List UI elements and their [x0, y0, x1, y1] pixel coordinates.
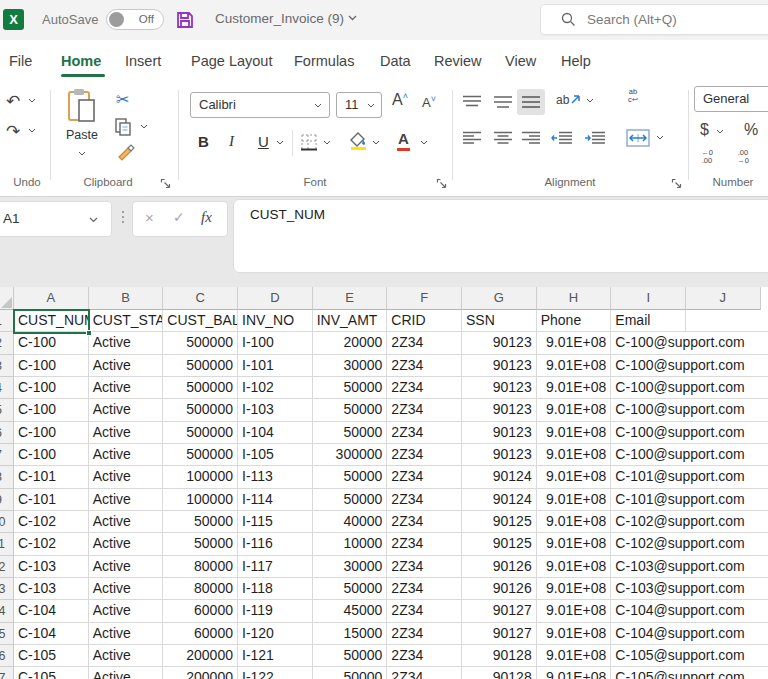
row-header-1[interactable]: 1	[0, 310, 14, 332]
copy-chevron-down-icon[interactable]	[140, 124, 148, 129]
cell-D1[interactable]: INV_NO	[238, 310, 313, 332]
cell-I6[interactable]: C-100@support.com	[611, 422, 686, 444]
cell-G6[interactable]: 90123	[462, 422, 537, 444]
increase-decimal-button[interactable]: .00 →0	[730, 149, 756, 165]
cell-A6[interactable]: C-100	[14, 422, 89, 444]
column-header-J[interactable]: J	[686, 287, 761, 310]
paste-chevron-down-icon[interactable]	[78, 151, 86, 156]
cell-C7[interactable]: 500000	[163, 444, 238, 466]
column-header-H[interactable]: H	[537, 287, 612, 310]
cell-G2[interactable]: 90123	[462, 332, 537, 354]
cell-A10[interactable]: C-102	[14, 511, 89, 533]
orientation-button[interactable]: ab	[556, 93, 569, 107]
cell-G10[interactable]: 90125	[462, 511, 537, 533]
cell-F10[interactable]: 2Z34	[387, 511, 462, 533]
cell-G4[interactable]: 90123	[462, 377, 537, 399]
cell-D8[interactable]: I-113	[238, 466, 313, 488]
cell-A3[interactable]: C-100	[14, 355, 89, 377]
row-header-10[interactable]: 10	[0, 511, 14, 533]
cell-H8[interactable]: 9.01E+08	[537, 466, 612, 488]
copy-button[interactable]	[114, 117, 132, 141]
name-box-chevron-down-icon[interactable]	[89, 217, 98, 223]
cell-H17[interactable]: 9.01E+08	[537, 667, 612, 679]
cell-H14[interactable]: 9.01E+08	[537, 600, 612, 622]
autosave-toggle[interactable]: Off	[106, 9, 164, 30]
cell-H2[interactable]: 9.01E+08	[537, 332, 612, 354]
cell-F11[interactable]: 2Z34	[387, 533, 462, 555]
font-name-select[interactable]: Calibri	[190, 92, 330, 118]
cell-G13[interactable]: 90126	[462, 578, 537, 600]
column-header-B[interactable]: B	[89, 287, 164, 310]
cell-H5[interactable]: 9.01E+08	[537, 399, 612, 421]
cell-D4[interactable]: I-102	[238, 377, 313, 399]
cell-I8[interactable]: C-101@support.com	[611, 466, 686, 488]
cell-I11[interactable]: C-102@support.com	[611, 533, 686, 555]
cell-A15[interactable]: C-104	[14, 623, 89, 645]
cell-C6[interactable]: 500000	[163, 422, 238, 444]
column-header-C[interactable]: C	[163, 287, 238, 310]
row-header-9[interactable]: 9	[0, 489, 14, 511]
cell-B2[interactable]: Active	[89, 332, 164, 354]
row-header-3[interactable]: 3	[0, 355, 14, 377]
cell-B17[interactable]: Active	[89, 667, 164, 679]
cell-I2[interactable]: C-100@support.com	[611, 332, 686, 354]
cell-F3[interactable]: 2Z34	[387, 355, 462, 377]
cell-G11[interactable]: 90125	[462, 533, 537, 555]
cell-H10[interactable]: 9.01E+08	[537, 511, 612, 533]
cell-H4[interactable]: 9.01E+08	[537, 377, 612, 399]
cell-F4[interactable]: 2Z34	[387, 377, 462, 399]
cell-I12[interactable]: C-103@support.com	[611, 556, 686, 578]
cell-D6[interactable]: I-104	[238, 422, 313, 444]
cell-D11[interactable]: I-116	[238, 533, 313, 555]
cell-D16[interactable]: I-121	[238, 645, 313, 667]
formula-bar-input[interactable]: CUST_NUM	[233, 199, 768, 273]
cell-I13[interactable]: C-103@support.com	[611, 578, 686, 600]
cell-F17[interactable]: 2Z34	[387, 667, 462, 679]
cell-B11[interactable]: Active	[89, 533, 164, 555]
cell-F15[interactable]: 2Z34	[387, 623, 462, 645]
cell-B13[interactable]: Active	[89, 578, 164, 600]
cell-D14[interactable]: I-119	[238, 600, 313, 622]
cell-E1[interactable]: INV_AMT	[313, 310, 388, 332]
cell-B6[interactable]: Active	[89, 422, 164, 444]
cell-G17[interactable]: 90128	[462, 667, 537, 679]
row-header-17[interactable]: 17	[0, 667, 14, 679]
cell-C11[interactable]: 50000	[163, 533, 238, 555]
cell-E16[interactable]: 50000	[313, 645, 388, 667]
cell-H6[interactable]: 9.01E+08	[537, 422, 612, 444]
row-header-8[interactable]: 8	[0, 466, 14, 488]
cell-H9[interactable]: 9.01E+08	[537, 489, 612, 511]
cell-H15[interactable]: 9.01E+08	[537, 623, 612, 645]
search-input[interactable]: Search (Alt+Q)	[540, 4, 768, 35]
cell-H11[interactable]: 9.01E+08	[537, 533, 612, 555]
undo-button[interactable]: ↶	[6, 91, 20, 112]
bold-button[interactable]: B	[198, 133, 209, 150]
cell-B4[interactable]: Active	[89, 377, 164, 399]
row-header-13[interactable]: 13	[0, 578, 14, 600]
tab-page-layout[interactable]: Page Layout	[191, 53, 272, 69]
cell-B9[interactable]: Active	[89, 489, 164, 511]
cut-button[interactable]: ✂	[116, 90, 129, 109]
cell-A14[interactable]: C-104	[14, 600, 89, 622]
cell-A8[interactable]: C-101	[14, 466, 89, 488]
save-icon[interactable]	[176, 11, 194, 33]
column-header-D[interactable]: D	[238, 287, 313, 310]
currency-format-button[interactable]: $	[700, 121, 709, 139]
cell-D9[interactable]: I-114	[238, 489, 313, 511]
cell-B8[interactable]: Active	[89, 466, 164, 488]
cell-F14[interactable]: 2Z34	[387, 600, 462, 622]
tab-home[interactable]: Home	[61, 53, 101, 69]
alignment-dialog-launcher-icon[interactable]	[671, 178, 682, 189]
cell-G9[interactable]: 90124	[462, 489, 537, 511]
cell-B10[interactable]: Active	[89, 511, 164, 533]
cell-I16[interactable]: C-105@support.com	[611, 645, 686, 667]
cell-B5[interactable]: Active	[89, 399, 164, 421]
cell-E14[interactable]: 45000	[313, 600, 388, 622]
redo-button[interactable]: ↷	[6, 121, 20, 142]
cell-F7[interactable]: 2Z34	[387, 444, 462, 466]
cell-A13[interactable]: C-103	[14, 578, 89, 600]
cell-B16[interactable]: Active	[89, 645, 164, 667]
cell-E11[interactable]: 10000	[313, 533, 388, 555]
column-header-F[interactable]: F	[387, 287, 462, 310]
cell-E4[interactable]: 50000	[313, 377, 388, 399]
